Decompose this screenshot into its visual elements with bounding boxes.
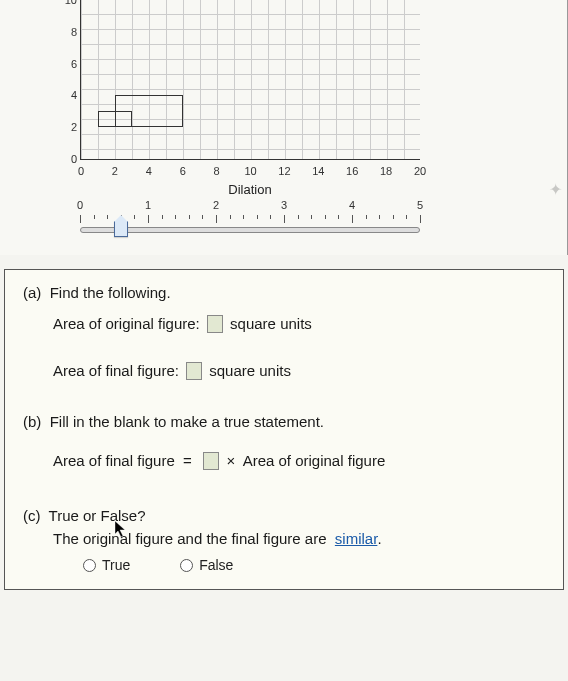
text-label: square units	[209, 362, 291, 379]
slider-tick-label: 5	[417, 199, 423, 211]
text-label: .	[377, 530, 381, 547]
question-b-prompt: (b) Fill in the blank to make a true sta…	[5, 399, 563, 434]
similar-link[interactable]: similar	[335, 530, 378, 547]
x-tick-label: 4	[146, 165, 152, 177]
x-tick-label: 6	[180, 165, 186, 177]
slider-tick-label: 2	[213, 199, 219, 211]
text-label: Area of original figure:	[53, 315, 200, 332]
slider-handle[interactable]	[114, 221, 128, 237]
y-tick-label: 2	[55, 121, 77, 133]
radio-label: True	[102, 557, 130, 573]
x-tick-label: 8	[214, 165, 220, 177]
question-a-line2: Area of final figure: square units	[5, 344, 563, 399]
x-tick-label: 18	[380, 165, 392, 177]
coordinate-grid-panel: 10 8 6 4 2 0 0 2 4 6 8 10 12 14 16 18 20…	[0, 0, 568, 255]
x-tick-label: 2	[112, 165, 118, 177]
radio-option-false[interactable]: False	[180, 557, 233, 573]
x-tick-label: 12	[278, 165, 290, 177]
text-label: The original figure and the final figure…	[53, 530, 327, 547]
question-a-line1: Area of original figure: square units	[5, 305, 563, 344]
scale-factor-input[interactable]	[203, 452, 219, 470]
original-figure-rectangle	[98, 111, 132, 127]
slider-tick-label: 0	[77, 199, 83, 211]
x-tick-label: 0	[78, 165, 84, 177]
question-a-prompt: (a) Find the following.	[5, 270, 563, 305]
radio-circle-icon	[83, 559, 96, 572]
question-c-statement: The original figure and the final figure…	[5, 528, 563, 549]
text-label: ×	[226, 452, 235, 469]
radio-circle-icon	[180, 559, 193, 572]
text-label: Area of final figure:	[53, 362, 179, 379]
x-tick-label: 20	[414, 165, 426, 177]
y-tick-label: 4	[55, 89, 77, 101]
y-tick-label: 6	[55, 58, 77, 70]
text-label: square units	[230, 315, 312, 332]
text-label: Area of original figure	[243, 452, 386, 469]
text-label: =	[183, 452, 192, 469]
coordinate-grid: 10 8 6 4 2 0 0 2 4 6 8 10 12 14 16 18 20	[80, 0, 420, 160]
question-c-prompt: (c) True or False?	[5, 493, 563, 528]
slider-tick-label: 3	[281, 199, 287, 211]
x-tick-label: 10	[244, 165, 256, 177]
question-c-options: True False	[5, 549, 563, 589]
x-tick-label: 14	[312, 165, 324, 177]
text-label: Area of final figure	[53, 452, 175, 469]
area-final-input[interactable]	[186, 362, 202, 380]
area-original-input[interactable]	[207, 315, 223, 333]
y-tick-label: 8	[55, 26, 77, 38]
dilation-label: Dilation	[80, 182, 420, 197]
slider-track	[80, 227, 420, 233]
radio-label: False	[199, 557, 233, 573]
questions-panel: (a) Find the following. Area of original…	[4, 269, 564, 590]
x-tick-label: 16	[346, 165, 358, 177]
slider-tick-label: 1	[145, 199, 151, 211]
y-tick-label: 10	[55, 0, 77, 6]
slider-tick-label: 4	[349, 199, 355, 211]
y-tick-label: 0	[55, 153, 77, 165]
magic-wand-icon[interactable]: ✦	[549, 180, 562, 199]
dilation-slider[interactable]: 0 1 2 3 4 5	[80, 199, 420, 245]
radio-option-true[interactable]: True	[83, 557, 130, 573]
question-b-equation: Area of final figure = × Area of origina…	[5, 434, 563, 493]
